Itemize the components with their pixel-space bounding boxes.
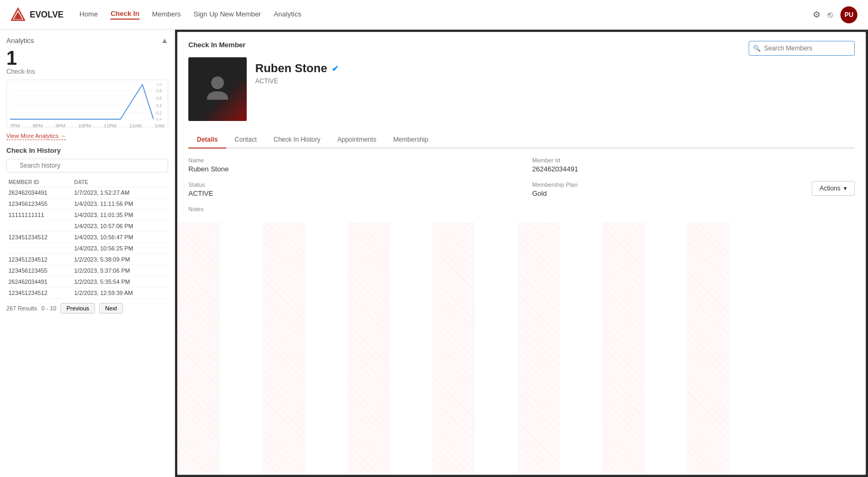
row-date: 1/4/2023, 10:57:06 PM — [72, 221, 168, 232]
svg-point-14 — [211, 76, 224, 89]
chart-label-1: 8PM — [33, 123, 43, 128]
previous-button[interactable]: Previous — [60, 303, 95, 314]
row-date: 1/2/2023, 5:35:54 PM — [72, 276, 168, 288]
pagination-range: 0 - 10 — [41, 305, 56, 311]
table-row[interactable]: 1/4/2023, 10:56:25 PM — [6, 243, 168, 254]
chart-label-4: 11PM — [104, 123, 117, 128]
member-id-label: Member Id — [532, 157, 855, 163]
field-member-id: Member Id 262462034491 — [532, 157, 855, 173]
row-member-id — [6, 243, 72, 254]
nav-checkin[interactable]: Check In — [110, 10, 139, 20]
avatar[interactable]: PU — [840, 6, 857, 23]
row-member-id: 11111111111 — [6, 210, 72, 221]
chart-label-3: 10PM — [79, 123, 91, 128]
svg-text:0.2: 0.2 — [157, 111, 162, 116]
tab-contact[interactable]: Contact — [226, 132, 265, 149]
nav-analytics[interactable]: Analytics — [274, 10, 301, 19]
row-member-id: 262462034491 — [6, 187, 72, 198]
member-avatar-box — [188, 57, 247, 121]
row-member-id: 262462034491 — [6, 276, 72, 288]
row-member-id — [6, 221, 72, 232]
chart-label-5: 12AM — [129, 123, 142, 128]
brand-icon — [11, 7, 25, 22]
member-avatar-icon — [205, 73, 230, 106]
field-notes: Notes — [188, 206, 511, 214]
search-members-wrap: 🔍 — [749, 41, 855, 56]
svg-text:0.8: 0.8 — [157, 89, 162, 94]
pagination-row: 267 Results 0 - 10 Previous Next — [6, 303, 168, 314]
member-status: ACTIVE — [255, 77, 338, 85]
analytics-section-title: Analytics — [6, 37, 34, 45]
analytics-collapse-button[interactable]: ▲ — [161, 36, 168, 45]
status-label: Status — [188, 181, 511, 188]
tab-appointments[interactable]: Appointments — [329, 132, 385, 149]
name-label: Name — [188, 157, 511, 163]
row-date: 1/2/2023, 5:38:09 PM — [72, 254, 168, 265]
view-more-analytics-link[interactable]: View More Analytics → — [6, 133, 66, 140]
row-member-id: 123456123455 — [6, 198, 72, 210]
row-member-id: 123456123455 — [6, 265, 72, 276]
search-members-input[interactable] — [749, 41, 855, 56]
col-date: DATE — [72, 178, 168, 187]
settings-button[interactable]: ⚙ — [813, 10, 820, 20]
results-count: 267 Results — [6, 305, 37, 311]
chart-label-2: 9PM — [56, 123, 66, 128]
row-member-id: 123451234512 — [6, 254, 72, 265]
member-name: Ruben Stone ✔ — [255, 62, 338, 75]
chart-label-0: 7PM — [10, 123, 20, 128]
nav-members[interactable]: Members — [152, 10, 181, 19]
analytics-section: Analytics ▲ 1 Check-Ins 1.0 0.8 — [6, 36, 168, 146]
chart-svg: 1.0 0.8 0.6 0.4 0.2 0.0 — [10, 83, 164, 120]
nav-signup[interactable]: Sign Up New Member — [194, 10, 261, 19]
row-date: 1/2/2023, 12:59:39 AM — [72, 288, 168, 299]
search-members-icon: 🔍 — [753, 45, 761, 52]
svg-text:0.0: 0.0 — [157, 118, 162, 120]
next-button[interactable]: Next — [99, 303, 123, 314]
table-row[interactable]: 2624620344911/7/2023, 1:52:27 AM — [6, 187, 168, 198]
details-grid: Name Ruben Stone Member Id 262462034491 … — [188, 157, 855, 214]
search-history-input[interactable] — [6, 159, 168, 172]
table-row[interactable]: 1234561234551/4/2023, 11:11:56 PM — [6, 198, 168, 210]
table-row[interactable]: 2624620344911/2/2023, 5:35:54 PM — [6, 276, 168, 288]
col-member-id: MEMBER ID — [6, 178, 72, 187]
svg-text:0.6: 0.6 — [157, 96, 162, 101]
chart-labels: 7PM 8PM 9PM 10PM 11PM 12AM 1AM — [10, 123, 164, 128]
nav-home[interactable]: Home — [80, 10, 98, 19]
content-panel: Check In Member Ruben Stone — [177, 32, 866, 475]
detail-tabs: Details Contact Check In History Appoint… — [188, 132, 855, 149]
tab-checkin-history[interactable]: Check In History — [265, 132, 329, 149]
row-date: 1/4/2023, 10:56:47 PM — [72, 232, 168, 243]
table-row[interactable]: 1234512345121/4/2023, 10:56:47 PM — [6, 232, 168, 243]
tab-membership[interactable]: Membership — [385, 132, 437, 149]
analytics-count-label: Check-Ins — [6, 68, 168, 75]
table-row[interactable]: 1/4/2023, 10:57:06 PM — [6, 221, 168, 232]
table-row[interactable]: 1234512345121/2/2023, 5:38:09 PM — [6, 254, 168, 265]
row-date: 1/4/2023, 11:11:56 PM — [72, 198, 168, 210]
search-history-wrap: 🔍 — [6, 159, 168, 178]
member-name-text: Ruben Stone — [255, 62, 327, 75]
row-date: 1/4/2023, 11:01:35 PM — [72, 210, 168, 221]
checkin-history-title: Check In History — [6, 146, 168, 154]
tab-details[interactable]: Details — [188, 132, 226, 149]
row-date: 1/7/2023, 1:52:27 AM — [72, 187, 168, 198]
membership-plan-label: Membership Plan — [532, 181, 855, 188]
checkin-history-section: Check In History 🔍 MEMBER ID DATE 262462… — [6, 146, 168, 314]
member-id-value: 262462034491 — [532, 165, 855, 173]
navbar: EVOLVE Home Check In Members Sign Up New… — [0, 0, 868, 30]
analytics-chart: 1.0 0.8 0.6 0.4 0.2 0.0 7PM 8PM 9PM 10PM… — [6, 80, 168, 127]
field-status: Status ACTIVE — [188, 181, 511, 197]
svg-text:0.4: 0.4 — [157, 103, 162, 109]
table-row[interactable]: 1234561234551/2/2023, 5:37:06 PM — [6, 265, 168, 276]
svg-text:1.0: 1.0 — [157, 83, 162, 86]
brand-name: EVOLVE — [30, 10, 64, 20]
logout-button[interactable]: ⎋ — [828, 10, 833, 20]
name-value: Ruben Stone — [188, 165, 511, 173]
history-table: MEMBER ID DATE 2624620344911/7/2023, 1:5… — [6, 178, 168, 299]
nav-links: Home Check In Members Sign Up New Member… — [80, 10, 813, 20]
actions-button[interactable]: Actions ▾ — [812, 181, 855, 196]
table-row[interactable]: 111111111111/4/2023, 11:01:35 PM — [6, 210, 168, 221]
member-info: Ruben Stone ✔ ACTIVE — [255, 57, 338, 85]
actions-chevron-icon: ▾ — [844, 185, 847, 192]
table-row[interactable]: 1234512345121/2/2023, 12:59:39 AM — [6, 288, 168, 299]
navbar-right: ⚙ ⎋ PU — [813, 6, 857, 23]
